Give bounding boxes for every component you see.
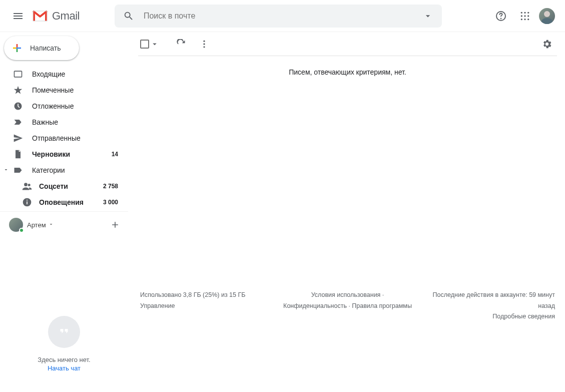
star-icon [13, 85, 23, 95]
hangouts-add-button[interactable] [108, 218, 122, 232]
inbox-icon [13, 69, 23, 79]
refresh-button[interactable] [171, 34, 191, 54]
sidebar-item-count: 2 758 [103, 183, 118, 190]
sidebar-item-label: Соцсети [39, 182, 103, 190]
svg-point-22 [203, 43, 205, 45]
search-box[interactable] [115, 5, 442, 28]
plus-icon [110, 220, 120, 230]
storage-text: Использовано 3,8 ГБ (25%) из 15 ГБ [140, 290, 278, 300]
header: Gmail [0, 0, 565, 32]
sidebar-item-label: Оповещения [39, 198, 103, 206]
hangouts-user[interactable]: Артем [9, 216, 122, 234]
search-icon [123, 11, 134, 22]
svg-point-2 [501, 18, 501, 19]
sidebar-item-label: Отправленные [32, 134, 118, 142]
footer: Использовано 3,8 ГБ (25%) из 15 ГБ Управ… [138, 284, 557, 392]
header-actions [491, 6, 561, 26]
svg-point-4 [524, 12, 525, 13]
svg-rect-19 [27, 201, 28, 204]
hangouts-username: Артем [27, 221, 46, 229]
sidebar-item-social[interactable]: Соцсети 2 758 [0, 178, 124, 194]
sidebar-item-label: Помеченные [32, 86, 118, 94]
svg-point-21 [203, 40, 205, 42]
svg-point-8 [527, 15, 529, 17]
more-vert-icon [199, 39, 209, 49]
svg-point-6 [521, 15, 522, 17]
gmail-logo-text: Gmail [52, 10, 80, 23]
hangouts-bubble-icon [48, 316, 80, 348]
sidebar-item-label: Категории [32, 166, 118, 174]
toolbar [138, 32, 557, 56]
more-button[interactable] [194, 34, 214, 54]
settings-button[interactable] [537, 34, 557, 54]
checkbox-icon [140, 40, 149, 49]
gmail-m-icon [32, 10, 48, 22]
apps-grid-icon [520, 11, 530, 21]
privacy-link[interactable]: Конфиденциальность [283, 302, 347, 309]
clock-icon [13, 101, 23, 111]
avatar-icon [539, 8, 555, 24]
sidebar-item-drafts[interactable]: Черновики 14 [0, 146, 124, 162]
hangouts-avatar [9, 218, 23, 232]
support-button[interactable] [491, 6, 511, 26]
compose-label: Написать [30, 44, 61, 52]
search-options-button[interactable] [418, 6, 438, 26]
important-icon [13, 117, 23, 127]
send-icon [13, 133, 23, 143]
plus-icon [11, 42, 23, 54]
sidebar-item-important[interactable]: Важные [0, 114, 124, 130]
svg-point-5 [527, 12, 529, 13]
storage-manage-link[interactable]: Управление [140, 301, 278, 311]
sidebar-item-label: Входящие [32, 70, 118, 78]
svg-point-7 [524, 15, 525, 17]
sidebar-item-label: Важные [32, 118, 118, 126]
sidebar-item-sent[interactable]: Отправленные [0, 130, 124, 146]
sidebar-item-inbox[interactable]: Входящие [0, 66, 124, 82]
refresh-icon [176, 39, 186, 49]
sidebar-item-snoozed[interactable]: Отложенные [0, 98, 124, 114]
sidebar-item-label: Отложенные [32, 102, 118, 110]
empty-message: Писем, отвечающих критериям, нет. [138, 56, 557, 88]
caret-down-icon [48, 221, 54, 227]
main-menu-button[interactable] [6, 4, 30, 28]
search-input[interactable] [144, 12, 418, 21]
hangouts-empty-text: Здесь ничего нет. [38, 356, 90, 363]
terms-link[interactable]: Условия использования [311, 291, 381, 298]
sidebar-item-count: 3 000 [103, 199, 118, 206]
hamburger-icon [12, 10, 24, 22]
hangouts-start-chat-link[interactable]: Начать чат [48, 364, 81, 372]
hangouts-empty: Здесь ничего нет. Начать чат [0, 234, 128, 392]
svg-point-17 [28, 184, 31, 186]
svg-rect-13 [17, 48, 18, 49]
account-avatar[interactable] [539, 8, 555, 24]
details-link[interactable]: Подробные сведения [417, 311, 555, 322]
svg-point-9 [521, 19, 522, 20]
select-all-checkbox[interactable] [140, 40, 159, 49]
main-panel: Писем, отвечающих критериям, нет. Исполь… [128, 32, 565, 392]
program-rules-link[interactable]: Правила программы [352, 302, 412, 309]
draft-icon [13, 149, 23, 159]
search-button[interactable] [119, 6, 139, 26]
hangouts-panel: Артем [0, 211, 128, 234]
status-dot-icon [19, 228, 24, 233]
sidebar-item-categories[interactable]: Категории [0, 162, 124, 178]
sidebar-item-starred[interactable]: Помеченные [0, 82, 124, 98]
sidebar: Написать Входящие Помеченные Отложенные … [0, 32, 128, 392]
apps-button[interactable] [515, 6, 535, 26]
gear-icon [541, 39, 552, 50]
svg-point-3 [521, 12, 522, 13]
gmail-logo[interactable]: Gmail [32, 10, 80, 23]
info-icon [22, 197, 32, 207]
body: Написать Входящие Помеченные Отложенные … [0, 32, 565, 392]
sidebar-item-updates[interactable]: Оповещения 3 000 [0, 194, 124, 210]
sidebar-item-label: Черновики [32, 150, 112, 158]
svg-point-20 [27, 200, 28, 201]
compose-button[interactable]: Написать [4, 36, 79, 60]
svg-rect-14 [15, 71, 22, 77]
label-icon [13, 165, 23, 175]
caret-down-icon [150, 40, 159, 49]
caret-down-icon [3, 167, 9, 173]
svg-point-11 [527, 19, 529, 20]
help-icon [495, 10, 507, 22]
caret-down-icon [423, 11, 433, 21]
